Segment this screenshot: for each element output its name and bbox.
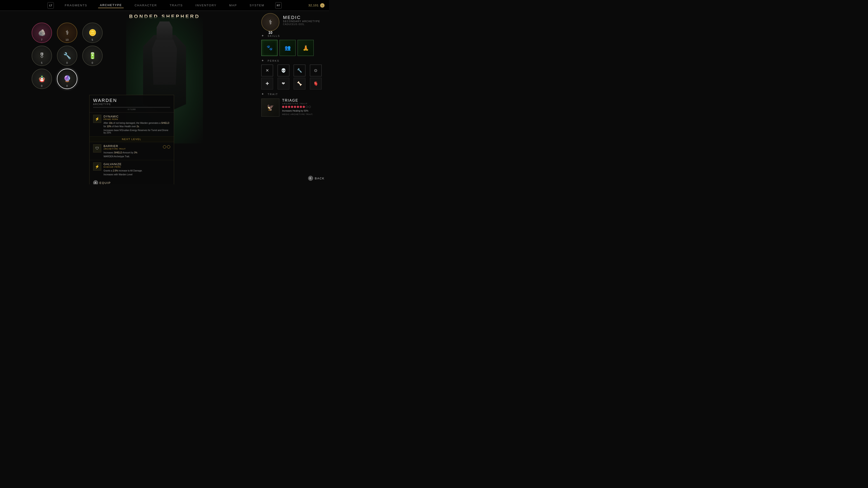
nav-item-archetype[interactable]: ARCHETYPE: [98, 2, 124, 8]
equip-level-6: 0: [41, 85, 42, 87]
equip-slot-6[interactable]: 🪆 0: [32, 69, 52, 89]
trait-dot-7: [300, 106, 302, 108]
trait-dot-1: [282, 106, 284, 108]
skill-icon-0: 🐾: [267, 45, 273, 51]
perks-top-row: ✕ 💀 🔧 ⊙ ✚ ❤ 🦴 🫀: [261, 65, 324, 90]
trait-name: Triage: [282, 98, 324, 103]
equip-icon-6: 🪆: [38, 76, 46, 82]
equip-slot-3[interactable]: 🎖 5: [32, 46, 52, 66]
trait-dot-5: [294, 106, 296, 108]
popup-footer: A Equip: [90, 178, 174, 184]
perk-top-2[interactable]: 🔧: [293, 65, 305, 76]
back-button[interactable]: B Back: [308, 176, 324, 181]
popup-galvanize-desc: Grants a 2.5% increase to All Damage.: [103, 169, 170, 172]
popup-xp-bar: [93, 107, 170, 108]
equip-slot-7[interactable]: 🔮 0: [57, 69, 77, 89]
nav-item-traits[interactable]: TRAITS: [168, 3, 184, 8]
back-btn-label: Back: [315, 177, 324, 180]
perks-label-text: PERKS: [268, 59, 279, 62]
barrier-circle-2: [167, 145, 170, 149]
popup-barrier-desc: Increases SHIELD Amount by 3%: [103, 151, 170, 154]
popup-barrier-subtype: Archetype Trait: [103, 148, 170, 150]
popup-prime-subtype: Prime Perk: [103, 118, 170, 121]
popup-galvanize-content: Galvanize Damage Perk Grants a 2.5% incr…: [103, 162, 170, 176]
popup-prime-perk-section: ⚡ Dynamic Prime Perk After 10s of not be…: [90, 112, 174, 136]
currency-amount: 32,101: [308, 4, 319, 7]
trait-description: Increases Healing by 50%: [282, 109, 324, 112]
equip-icon-3: 🎖: [39, 53, 45, 59]
equip-icon-7: 🔮: [63, 76, 71, 82]
perk-bottom-3[interactable]: 🫀: [310, 78, 322, 90]
secondary-header: ⚕ 10 MEDIC SECONDARY ARCHETYPE CADUCEUS …: [261, 13, 324, 31]
perk-top-0[interactable]: ✕: [261, 65, 273, 76]
trait-section: 🦅 Triage Archetype Trait Increase: [261, 98, 324, 117]
trait-dot-10: [309, 106, 311, 108]
perk-top-3[interactable]: ⊙: [310, 65, 322, 76]
trait-dot-2: [285, 106, 287, 108]
nav-item-map[interactable]: MAP: [227, 3, 239, 8]
popup-galvanize-icon: ⚡: [93, 162, 101, 170]
char-torso: [152, 39, 177, 85]
skill-icon-1: 👥: [285, 45, 291, 51]
equip-button[interactable]: A Equip: [93, 180, 111, 184]
popup-prime-perk-row: ⚡ Dynamic Prime Perk After 10s of not be…: [93, 115, 170, 134]
skills-icon: ✦: [261, 34, 266, 38]
equip-btn-label: Equip: [99, 181, 111, 185]
equip-icon-0: 🪨: [38, 30, 46, 36]
trait-icon: ✦: [261, 92, 266, 96]
right-trigger-btn[interactable]: RT: [275, 2, 282, 8]
perk-bottom-2[interactable]: 🦴: [293, 78, 305, 90]
skills-label-text: SKILLS: [268, 35, 280, 37]
nav-item-character[interactable]: CHARACTER: [133, 3, 159, 8]
popup-barrier-note: WARDEN Archetype Trait.: [103, 155, 170, 158]
popup-archetype-type: Archetype: [93, 103, 170, 105]
perk-top-1[interactable]: 💀: [278, 65, 289, 76]
trait-dot-3: [288, 106, 290, 108]
skill-slot-0[interactable]: 🐾: [261, 40, 278, 56]
perks-icon: ✦: [261, 59, 266, 63]
popup-prime-extra: Increases base N'Erudian Energy Reserves…: [103, 129, 170, 134]
currency-display: 32,101 ◎: [308, 3, 324, 8]
popup-barrier-section: 🛡 Barrier Archetype Trait Increases SHIE…: [90, 142, 174, 160]
secondary-archetype-icon[interactable]: ⚕ 10: [261, 13, 279, 31]
equip-level-0: 7: [41, 38, 42, 41]
popup-next-level: Next Level: [90, 136, 174, 142]
perks-section-label: ✦ PERKS: [261, 59, 324, 63]
popup-archetype-name: Warden: [93, 98, 170, 103]
perk-bottom-1[interactable]: ❤: [278, 78, 289, 90]
popup-barrier-content: Barrier Archetype Trait Increases SHIELD…: [103, 144, 170, 158]
trait-dots: [282, 106, 324, 108]
equip-level-4: 0: [66, 61, 68, 64]
currency-icon: ◎: [320, 3, 324, 8]
popup-prime-icon: ⚡: [93, 115, 101, 123]
secondary-icon-symbol: ⚕: [269, 19, 272, 26]
nav-item-fragments[interactable]: FRAGMENTS: [63, 3, 89, 8]
popup-header: Warden Archetype 0 / 5,000: [90, 95, 174, 112]
equip-slot-0[interactable]: 🪨 7: [32, 23, 52, 43]
popup-barrier-name: Barrier: [103, 144, 170, 148]
equip-slot-4[interactable]: 🔧 0: [57, 46, 77, 66]
trait-source: MEDIC Archetype Trait.: [282, 113, 324, 116]
equipment-panel: 🪨 7 ⚕ 10 🪙 5 🎖 5 🔧 0 🔋 0 🪆 0 �: [4, 23, 81, 89]
skill-slot-1[interactable]: 👥: [279, 40, 296, 56]
top-navigation: LT FRAGMENTS ARCHETYPE CHARACTER TRAITS …: [0, 0, 329, 11]
equip-slot-1[interactable]: ⚕ 10: [57, 23, 77, 43]
nav-item-system[interactable]: SYSTEM: [248, 3, 266, 8]
left-trigger-btn[interactable]: LT: [48, 2, 54, 8]
secondary-name: MEDIC: [283, 15, 320, 20]
popup-galvanize-row: ⚡ Galvanize Damage Perk Grants a 2.5% in…: [93, 162, 170, 176]
archetype-popup: Warden Archetype 0 / 5,000 ⚡ Dynamic Pri…: [89, 95, 174, 184]
secondary-archetype-panel: ⚕ 10 MEDIC SECONDARY ARCHETYPE CADUCEUS …: [261, 13, 324, 117]
secondary-level: 10: [268, 31, 272, 35]
popup-barrier-row: 🛡 Barrier Archetype Trait Increases SHIE…: [93, 144, 170, 158]
nav-item-inventory[interactable]: INVENTORY: [194, 3, 218, 8]
trait-type: Archetype Trait: [282, 103, 324, 105]
equip-level-7: 0: [66, 85, 68, 87]
equip-icon-1: ⚕: [66, 30, 69, 36]
popup-galvanize-name: Galvanize: [103, 162, 170, 166]
perk-bottom-0[interactable]: ✚: [261, 78, 273, 90]
skill-slot-2[interactable]: 🧘: [298, 40, 314, 56]
trait-dot-8: [303, 106, 305, 108]
char-head: [157, 22, 173, 41]
secondary-type: SECONDARY ARCHETYPE: [283, 20, 320, 23]
